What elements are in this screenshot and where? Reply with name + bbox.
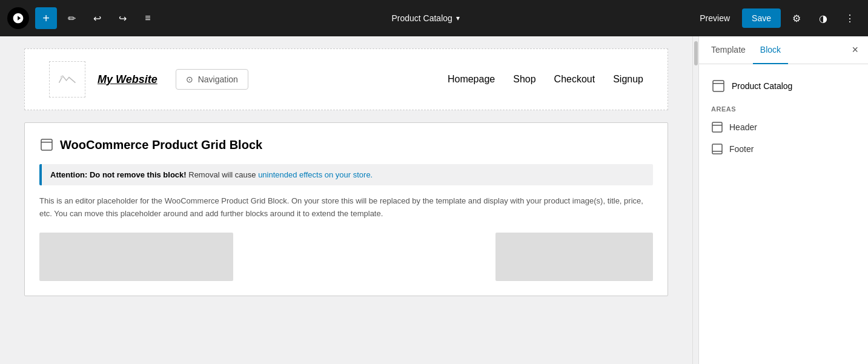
svg-rect-1 [41,139,52,150]
wp-logo[interactable] [7,7,29,29]
contrast-button[interactable]: ◑ [812,7,834,29]
redo-button[interactable]: ↪ [111,7,133,29]
footer-area-icon [711,143,723,155]
sidebar-content: Product Catalog AREAS Header [699,64,868,364]
undo-button[interactable]: ↩ [86,7,108,29]
edit-button[interactable]: ✏ [61,7,82,29]
tab-template[interactable]: Template [704,36,753,64]
preview-button[interactable]: Preview [692,10,737,27]
woo-notice-rest: Removal will cause [187,170,259,179]
sidebar-close-button[interactable]: × [847,41,863,59]
block-icon [711,79,726,93]
nav-shop[interactable]: Shop [513,74,535,85]
sidebar-tabs: Template Block × [699,36,868,64]
page-title-text: Product Catalog [391,13,452,23]
svg-rect-6 [712,125,722,126]
block-name-label: Product Catalog [732,81,792,91]
navigation-icon: ⊙ [186,74,193,84]
woo-notice: Attention: Do not remove this block! Rem… [39,164,653,185]
svg-rect-7 [712,144,722,154]
add-block-button[interactable]: + [35,7,57,29]
site-header-preview: My Website ⊙ Navigation Homepage Shop Ch… [24,48,668,110]
svg-rect-4 [713,83,724,84]
woo-block-icon [39,137,54,152]
svg-rect-3 [713,81,724,91]
editor-scrollbar-thumb[interactable] [694,41,698,65]
nav-homepage[interactable]: Homepage [448,74,495,85]
sidebar-block-item[interactable]: Product Catalog [709,74,858,98]
save-button[interactable]: Save [742,8,781,28]
svg-point-0 [61,76,64,79]
navigation-placeholder[interactable]: ⊙ Navigation [176,69,248,90]
chevron-down-icon: ▾ [456,14,460,22]
tab-block[interactable]: Block [753,36,788,64]
woo-block-container: WooCommerce Product Grid Block Attention… [24,122,668,296]
editor-scrollbar[interactable] [692,36,698,364]
woo-placeholders [39,233,653,281]
header-area-label: Header [729,122,757,132]
svg-rect-5 [712,122,722,132]
woo-notice-content: Attention: Do not remove this block! Rem… [42,164,653,185]
editor-area: My Website ⊙ Navigation Homepage Shop Ch… [0,36,692,364]
areas-heading: AREAS [711,105,856,113]
settings-button[interactable]: ⚙ [786,7,807,29]
more-options-button[interactable]: ⋮ [839,7,861,29]
site-nav: Homepage Shop Checkout Signup [448,74,643,85]
svg-rect-8 [712,151,722,152]
list-view-button[interactable]: ≡ [137,7,159,29]
site-title: My Website [98,73,157,86]
nav-signup[interactable]: Signup [613,74,643,85]
woo-notice-bold: Attention: Do not remove this block! [50,170,187,179]
woo-placeholder-image [39,233,233,281]
woo-description: This is an editor placeholder for the Wo… [39,195,653,220]
navigation-label: Navigation [198,74,238,84]
toolbar-right: Preview Save ⚙ ◑ ⋮ [692,7,861,29]
sidebar: Template Block × Product Catalog AREAS [698,36,868,364]
woo-placeholder-text [495,233,653,281]
site-logo-placeholder [49,61,85,98]
page-title-button[interactable]: Product Catalog ▾ [385,10,465,27]
sidebar-area-header[interactable]: Header [709,116,858,138]
toolbar: + ✏ ↩ ↪ ≡ Product Catalog ▾ Preview Save… [0,0,868,36]
woo-block-header: WooCommerce Product Grid Block [39,137,653,152]
woo-notice-link[interactable]: unintended effects on your store. [258,170,373,179]
toolbar-center: Product Catalog ▾ [162,10,689,27]
nav-checkout[interactable]: Checkout [554,74,595,85]
sidebar-area-footer[interactable]: Footer [709,138,858,160]
header-area-icon [711,121,723,133]
main-container: My Website ⊙ Navigation Homepage Shop Ch… [0,36,868,364]
footer-area-label: Footer [729,144,754,154]
svg-rect-2 [41,142,52,143]
woo-block-title: WooCommerce Product Grid Block [60,138,262,152]
